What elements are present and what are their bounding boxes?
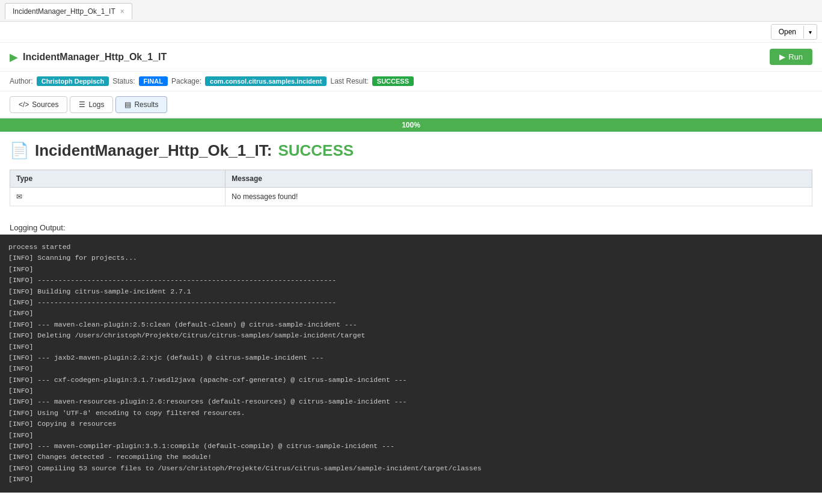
tab-bar: IncidentManager_Http_Ok_1_IT × bbox=[0, 0, 822, 22]
row-type: ✉ bbox=[10, 188, 225, 206]
code-icon: </> bbox=[19, 100, 29, 109]
log-line: [INFO] bbox=[8, 474, 814, 485]
log-line: [INFO] bbox=[8, 342, 814, 352]
col-header-type: Type bbox=[10, 170, 225, 188]
col-header-message: Message bbox=[225, 170, 812, 188]
log-line: [INFO] --- maven-compiler-plugin:3.5.1:c… bbox=[8, 441, 814, 452]
package-label: Package: bbox=[171, 77, 201, 85]
log-line: [INFO] --- cxf-codegen-plugin:3.1.7:wsdl… bbox=[8, 375, 814, 386]
document-icon: 📄 bbox=[10, 141, 29, 160]
result-title: 📄 IncidentManager_Http_Ok_1_IT: SUCCESS bbox=[10, 141, 812, 160]
last-result-badge: SUCCESS bbox=[372, 76, 414, 86]
meta-row: Author: Christoph Deppisch Status: FINAL… bbox=[0, 72, 822, 91]
log-line: [INFO] Scanning for projects... bbox=[8, 253, 814, 263]
tab-nav-results[interactable]: ▤ Results bbox=[115, 96, 167, 113]
log-line: [INFO] Copying 8 resources bbox=[8, 419, 814, 429]
log-line: [INFO] bbox=[8, 386, 814, 396]
result-status: SUCCESS bbox=[278, 141, 354, 160]
log-line: [INFO] bbox=[8, 308, 814, 319]
open-button[interactable]: Open bbox=[771, 25, 803, 39]
run-button[interactable]: ▶ Run bbox=[770, 49, 812, 65]
chevron-down-icon: ▾ bbox=[809, 29, 812, 35]
sources-tab-label: Sources bbox=[32, 100, 58, 109]
open-dropdown-button[interactable]: ▾ bbox=[803, 26, 817, 38]
log-line: [INFO] --- jaxb2-maven-plugin:2.2:xjc (d… bbox=[8, 352, 814, 363]
tab-nav-sources[interactable]: </> Sources bbox=[10, 96, 67, 113]
status-badge: FINAL bbox=[139, 76, 168, 86]
page-title: IncidentManager_Http_Ok_1_IT bbox=[23, 52, 770, 63]
author-badge: Christoph Deppisch bbox=[37, 76, 109, 86]
last-result-label: Last Result: bbox=[330, 77, 368, 85]
logging-label: Logging Output: bbox=[0, 218, 822, 235]
test-name: IncidentManager_Http_Ok_1_IT: bbox=[35, 141, 272, 160]
log-line: process started bbox=[8, 242, 814, 253]
status-label: Status: bbox=[112, 77, 135, 85]
tab-nav-logs[interactable]: ☰ Logs bbox=[70, 96, 113, 113]
logs-tab-label: Logs bbox=[88, 100, 104, 109]
package-badge: com.consol.citrus.samples.incident bbox=[205, 76, 327, 86]
run-label: Run bbox=[788, 52, 803, 61]
tab-close-icon[interactable]: × bbox=[120, 7, 124, 16]
log-output: process started[INFO] Scanning for proje… bbox=[0, 235, 822, 493]
action-bar: Open ▾ bbox=[0, 22, 822, 43]
tabs-nav: </> Sources ☰ Logs ▤ Results bbox=[0, 91, 822, 118]
results-icon: ▤ bbox=[124, 100, 131, 109]
logs-icon: ☰ bbox=[79, 100, 85, 109]
tab-incident-manager[interactable]: IncidentManager_Http_Ok_1_IT × bbox=[5, 3, 132, 19]
log-line: [INFO] Deleting /Users/christoph/Projekt… bbox=[8, 330, 814, 341]
result-section: 📄 IncidentManager_Http_Ok_1_IT: SUCCESS … bbox=[0, 132, 822, 218]
log-line: [INFO] ---------------------------------… bbox=[8, 297, 814, 308]
log-line: [INFO] --- maven-clean-plugin:2.5:clean … bbox=[8, 319, 814, 330]
table-row: ✉No messages found! bbox=[10, 188, 812, 206]
table-header-row: Type Message bbox=[10, 170, 812, 188]
log-line: [INFO] bbox=[8, 264, 814, 275]
run-play-icon: ▶ bbox=[779, 52, 785, 61]
log-line: [INFO] --- maven-resources-plugin:2.6:re… bbox=[8, 396, 814, 407]
open-btn-group: Open ▾ bbox=[771, 24, 817, 40]
progress-bar-fill: 100% bbox=[0, 118, 822, 132]
tab-label: IncidentManager_Http_Ok_1_IT bbox=[13, 7, 115, 16]
log-line: [INFO] Changes detected - recompiling th… bbox=[8, 452, 814, 463]
author-label: Author: bbox=[10, 77, 33, 85]
row-message: No messages found! bbox=[225, 188, 812, 206]
result-table: Type Message ✉No messages found! bbox=[10, 170, 812, 206]
progress-bar-container: 100% bbox=[0, 118, 822, 132]
log-line: [INFO] bbox=[8, 430, 814, 441]
log-line: [INFO] Building citrus-sample-incident 2… bbox=[8, 286, 814, 297]
results-tab-label: Results bbox=[134, 100, 158, 109]
progress-label: 100% bbox=[402, 121, 420, 129]
play-icon: ▶ bbox=[10, 51, 18, 64]
log-line: [INFO] Compiling 53 source files to /Use… bbox=[8, 463, 814, 474]
log-line: [INFO] Using 'UTF-8' encoding to copy fi… bbox=[8, 408, 814, 419]
title-row: ▶ IncidentManager_Http_Ok_1_IT ▶ Run bbox=[0, 43, 822, 72]
log-line: [INFO] bbox=[8, 363, 814, 374]
log-line: [INFO] ---------------------------------… bbox=[8, 275, 814, 286]
